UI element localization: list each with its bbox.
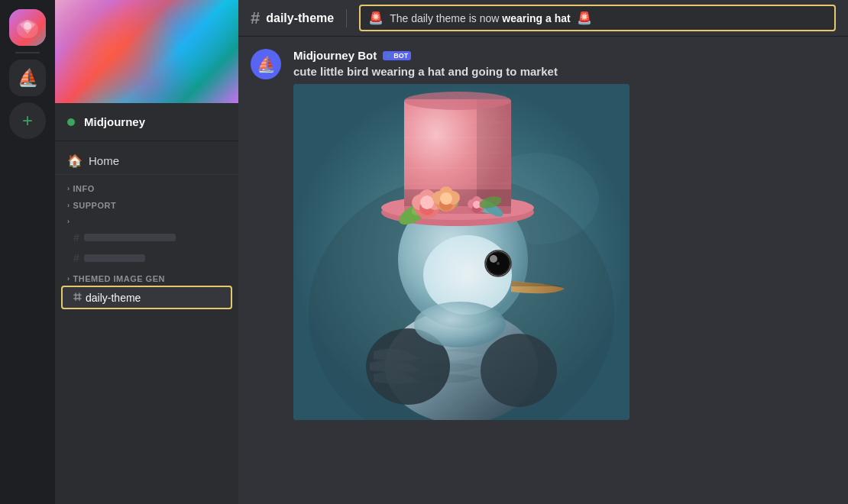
- channel-item-daily-theme[interactable]: ⌗ daily-theme: [61, 286, 232, 309]
- chevron-right-icon: ›: [67, 185, 70, 192]
- message-image: [293, 84, 630, 420]
- channel-section-support: › SUPPORT: [55, 198, 238, 212]
- channel-list: 🏠 Home › INFO › SUPPORT › #: [55, 141, 238, 504]
- chat-header: # daily-theme 🚨 The daily theme is now w…: [238, 0, 848, 37]
- home-icon: 🏠: [67, 153, 83, 168]
- server-banner-image: [55, 0, 238, 103]
- channel-section-themed: › THEMED IMAGE GEN ⌗ daily-theme: [55, 271, 238, 309]
- svg-point-15: [414, 302, 506, 347]
- server-sidebar: ⛵ +: [0, 0, 55, 504]
- hash-icon-blurred-1: #: [73, 231, 79, 244]
- category-info-label: INFO: [73, 184, 95, 193]
- message-content: Midjourney Bot ✓ BOT cute little bird we…: [293, 49, 836, 420]
- announcement-text: The daily theme is now wearing a hat: [390, 12, 571, 24]
- chevron-right-icon-3: ›: [67, 218, 70, 225]
- siren-right-icon: 🚨: [577, 11, 592, 25]
- add-server-button[interactable]: +: [9, 102, 46, 139]
- home-label: Home: [89, 154, 119, 167]
- chat-messages-area: ⛵ Midjourney Bot ✓ BOT cute little bird …: [238, 37, 848, 504]
- message-text: cute little bird wearing a hat and going…: [293, 65, 836, 78]
- message-author: Midjourney Bot: [293, 49, 377, 62]
- chat-hash-icon: #: [251, 8, 260, 28]
- svg-point-1: [24, 22, 31, 30]
- main-chat: # daily-theme 🚨 The daily theme is now w…: [238, 0, 848, 504]
- channel-sidebar: Midjourney 🏠 Home › INFO › SUPPORT ›: [55, 0, 238, 504]
- midjourney-logo-icon: [14, 14, 41, 41]
- server-icon-midjourney[interactable]: [9, 9, 46, 46]
- category-themed-image-gen[interactable]: › THEMED IMAGE GEN: [55, 271, 238, 285]
- announcement-banner[interactable]: 🚨 The daily theme is now wearing a hat 🚨: [359, 5, 836, 31]
- blurred-channel-2[interactable]: #: [61, 248, 232, 268]
- avatar: ⛵: [251, 49, 281, 79]
- channel-section-info: › INFO: [55, 181, 238, 195]
- avatar-boat-icon: ⛵: [257, 55, 276, 73]
- blurred-channel-name-1: [84, 234, 176, 241]
- server-divider: [15, 52, 40, 53]
- announcement-bold-text: wearing a hat: [502, 12, 570, 24]
- svg-point-7: [481, 334, 557, 407]
- svg-point-39: [420, 195, 434, 209]
- category-themed-label: THEMED IMAGE GEN: [73, 274, 165, 283]
- category-support[interactable]: › SUPPORT: [55, 198, 238, 212]
- bot-label: BOT: [393, 52, 408, 60]
- category-info[interactable]: › INFO: [55, 181, 238, 195]
- chevron-right-icon-4: ›: [67, 275, 70, 283]
- bot-badge: ✓ BOT: [383, 51, 411, 60]
- siren-left-icon: 🚨: [368, 11, 384, 25]
- server-icon-boat[interactable]: ⛵: [9, 60, 46, 96]
- svg-point-13: [497, 262, 500, 265]
- blurred-channel-name-2: [84, 254, 145, 262]
- chat-channel-name: daily-theme: [266, 11, 334, 25]
- plus-icon: +: [22, 110, 33, 131]
- category-support-label: SUPPORT: [73, 201, 117, 210]
- svg-point-45: [440, 192, 452, 205]
- online-indicator: [67, 118, 75, 126]
- chevron-right-icon-2: ›: [67, 202, 70, 209]
- boat-icon: ⛵: [18, 68, 38, 88]
- announcement-text-before: The daily theme is now: [390, 12, 502, 24]
- header-divider: [346, 9, 347, 27]
- server-name: Midjourney: [84, 115, 145, 128]
- category-blurred-parent[interactable]: ›: [55, 215, 238, 227]
- svg-point-27: [404, 92, 511, 110]
- message-1: ⛵ Midjourney Bot ✓ BOT cute little bird …: [251, 49, 836, 420]
- bird-hat-svg: [293, 84, 630, 420]
- home-channel-item[interactable]: 🏠 Home: [55, 147, 238, 175]
- svg-point-12: [490, 255, 497, 263]
- blurred-channel-1[interactable]: #: [61, 228, 232, 247]
- channel-name-daily-theme: daily-theme: [86, 292, 141, 304]
- blurred-channels-section: › # #: [55, 215, 238, 268]
- checkmark-icon: ✓: [386, 52, 392, 60]
- hash-icon-blurred-2: #: [73, 252, 79, 264]
- hash-icon-daily-theme: ⌗: [73, 289, 81, 305]
- message-header: Midjourney Bot ✓ BOT: [293, 49, 836, 62]
- bird-hat-illustration: [293, 84, 630, 420]
- server-header[interactable]: Midjourney: [55, 103, 238, 141]
